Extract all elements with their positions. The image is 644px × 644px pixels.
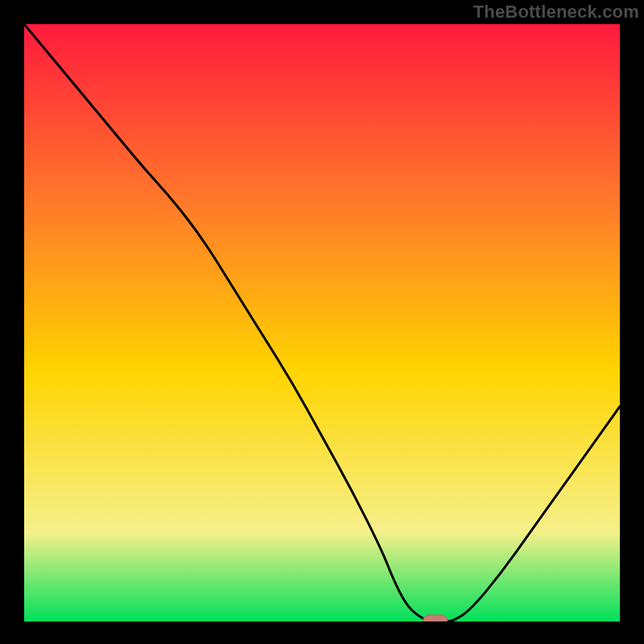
optimum-marker bbox=[423, 615, 448, 621]
watermark-text: TheBottleneck.com bbox=[473, 2, 639, 23]
chart-frame: TheBottleneck.com bbox=[0, 0, 644, 644]
plot-area bbox=[24, 24, 620, 621]
plot-svg bbox=[24, 24, 620, 621]
